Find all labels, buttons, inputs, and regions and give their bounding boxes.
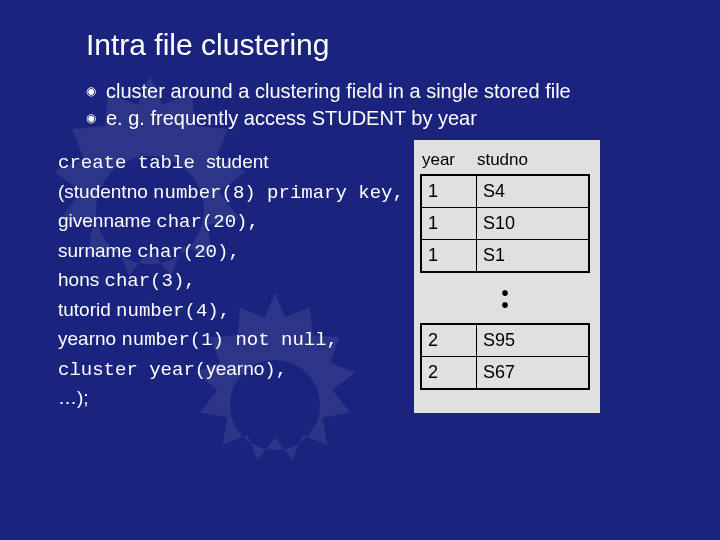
bullet-text: e. g. frequently access STUDENT by year bbox=[106, 107, 477, 130]
table-header: year studno bbox=[420, 146, 590, 174]
slide-title: Intra file clustering bbox=[0, 0, 720, 80]
table-row: 1S10 bbox=[422, 208, 588, 240]
ellipsis-icon: •• bbox=[420, 277, 590, 323]
bullet-text: cluster around a clustering field in a s… bbox=[106, 80, 571, 103]
table-row: 1S1 bbox=[422, 240, 588, 271]
code-block: create table student (studentno number(8… bbox=[58, 148, 404, 413]
target-icon: ◉ bbox=[86, 84, 96, 98]
table-block: 2S95 2S67 bbox=[420, 323, 590, 390]
table-row: 2S95 bbox=[422, 325, 588, 357]
table-row: 1S4 bbox=[422, 176, 588, 208]
table-block: 1S4 1S10 1S1 bbox=[420, 174, 590, 273]
bullet-item: ◉ cluster around a clustering field in a… bbox=[86, 80, 720, 103]
cluster-diagram: year studno 1S4 1S10 1S1 •• 2S95 2S67 bbox=[414, 140, 600, 413]
target-icon: ◉ bbox=[86, 111, 96, 125]
bullet-list: ◉ cluster around a clustering field in a… bbox=[0, 80, 720, 130]
table-row: 2S67 bbox=[422, 357, 588, 388]
bullet-item: ◉ e. g. frequently access STUDENT by yea… bbox=[86, 107, 720, 130]
